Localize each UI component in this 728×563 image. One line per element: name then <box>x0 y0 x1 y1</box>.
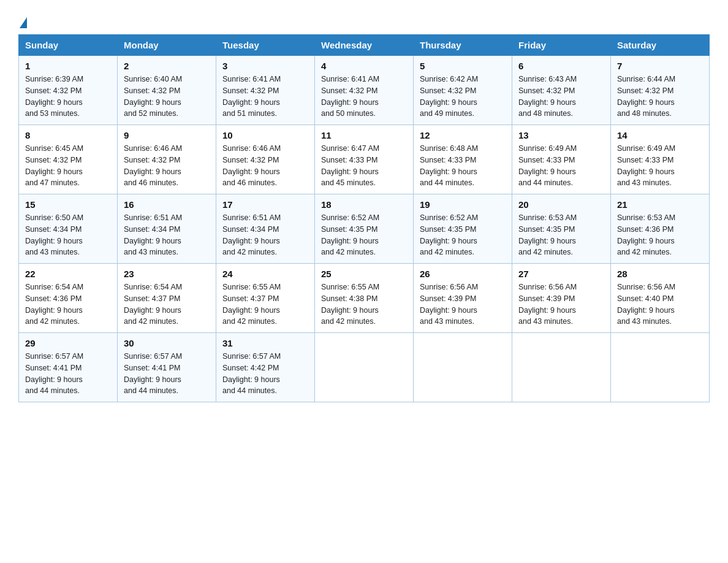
day-number: 10 <box>222 130 308 140</box>
day-number: 11 <box>321 130 407 140</box>
day-sun-info: Sunrise: 6:47 AMSunset: 4:33 PMDaylight:… <box>321 143 407 189</box>
calendar-week-row: 8Sunrise: 6:45 AMSunset: 4:32 PMDaylight… <box>19 125 710 194</box>
day-number: 4 <box>321 61 407 71</box>
day-sun-info: Sunrise: 6:52 AMSunset: 4:35 PMDaylight:… <box>321 212 407 258</box>
day-number: 12 <box>420 130 506 140</box>
day-number: 14 <box>617 130 703 140</box>
calendar-week-row: 22Sunrise: 6:54 AMSunset: 4:36 PMDayligh… <box>19 264 710 333</box>
day-sun-info: Sunrise: 6:40 AMSunset: 4:32 PMDaylight:… <box>124 74 210 120</box>
day-number: 19 <box>420 199 506 210</box>
day-number: 6 <box>518 61 604 71</box>
day-sun-info: Sunrise: 6:56 AMSunset: 4:40 PMDaylight:… <box>617 282 703 327</box>
calendar-cell: 7Sunrise: 6:44 AMSunset: 4:32 PMDaylight… <box>611 56 710 125</box>
day-sun-info: Sunrise: 6:42 AMSunset: 4:32 PMDaylight:… <box>420 74 506 120</box>
calendar-cell: 27Sunrise: 6:56 AMSunset: 4:39 PMDayligh… <box>512 264 611 333</box>
calendar-cell: 1Sunrise: 6:39 AMSunset: 4:32 PMDaylight… <box>19 56 118 125</box>
day-number: 3 <box>222 61 308 71</box>
day-number: 31 <box>222 338 308 348</box>
calendar-cell: 19Sunrise: 6:52 AMSunset: 4:35 PMDayligh… <box>414 194 512 264</box>
day-sun-info: Sunrise: 6:56 AMSunset: 4:39 PMDaylight:… <box>518 282 604 327</box>
day-sun-info: Sunrise: 6:46 AMSunset: 4:32 PMDaylight:… <box>222 143 308 189</box>
day-sun-info: Sunrise: 6:44 AMSunset: 4:32 PMDaylight:… <box>617 74 703 120</box>
calendar-cell: 10Sunrise: 6:46 AMSunset: 4:32 PMDayligh… <box>216 125 315 194</box>
calendar-cell <box>414 333 512 402</box>
column-header-thursday: Thursday <box>414 35 512 56</box>
day-sun-info: Sunrise: 6:52 AMSunset: 4:35 PMDaylight:… <box>420 212 506 258</box>
day-sun-info: Sunrise: 6:54 AMSunset: 4:37 PMDaylight:… <box>124 282 210 327</box>
day-sun-info: Sunrise: 6:55 AMSunset: 4:37 PMDaylight:… <box>222 282 308 327</box>
calendar-cell: 20Sunrise: 6:53 AMSunset: 4:35 PMDayligh… <box>512 194 611 264</box>
day-number: 30 <box>124 338 210 348</box>
day-sun-info: Sunrise: 6:55 AMSunset: 4:38 PMDaylight:… <box>321 282 407 327</box>
calendar-cell: 9Sunrise: 6:46 AMSunset: 4:32 PMDaylight… <box>118 125 216 194</box>
day-number: 5 <box>420 61 506 71</box>
day-number: 9 <box>124 130 210 140</box>
day-sun-info: Sunrise: 6:57 AMSunset: 4:41 PMDaylight:… <box>25 351 111 397</box>
calendar-cell: 14Sunrise: 6:49 AMSunset: 4:33 PMDayligh… <box>611 125 710 194</box>
calendar-cell: 2Sunrise: 6:40 AMSunset: 4:32 PMDaylight… <box>118 56 216 125</box>
column-header-wednesday: Wednesday <box>315 35 414 56</box>
calendar-cell: 3Sunrise: 6:41 AMSunset: 4:32 PMDaylight… <box>216 56 315 125</box>
column-header-friday: Friday <box>512 35 611 56</box>
calendar-cell: 4Sunrise: 6:41 AMSunset: 4:32 PMDaylight… <box>315 56 414 125</box>
calendar-cell: 16Sunrise: 6:51 AMSunset: 4:34 PMDayligh… <box>118 194 216 264</box>
calendar-cell: 6Sunrise: 6:43 AMSunset: 4:32 PMDaylight… <box>512 56 611 125</box>
day-sun-info: Sunrise: 6:53 AMSunset: 4:36 PMDaylight:… <box>617 212 703 258</box>
day-sun-info: Sunrise: 6:41 AMSunset: 4:32 PMDaylight:… <box>222 74 308 120</box>
calendar-cell <box>315 333 414 402</box>
calendar-cell: 24Sunrise: 6:55 AMSunset: 4:37 PMDayligh… <box>216 264 315 333</box>
calendar-week-row: 15Sunrise: 6:50 AMSunset: 4:34 PMDayligh… <box>19 194 710 264</box>
day-number: 27 <box>518 269 604 279</box>
day-number: 15 <box>25 199 111 210</box>
day-number: 1 <box>25 61 111 71</box>
calendar-cell: 21Sunrise: 6:53 AMSunset: 4:36 PMDayligh… <box>611 194 710 264</box>
column-header-sunday: Sunday <box>19 35 118 56</box>
day-sun-info: Sunrise: 6:39 AMSunset: 4:32 PMDaylight:… <box>25 74 111 120</box>
calendar-cell: 22Sunrise: 6:54 AMSunset: 4:36 PMDayligh… <box>19 264 118 333</box>
day-sun-info: Sunrise: 6:53 AMSunset: 4:35 PMDaylight:… <box>518 212 604 258</box>
day-number: 7 <box>617 61 703 71</box>
day-sun-info: Sunrise: 6:56 AMSunset: 4:39 PMDaylight:… <box>420 282 506 327</box>
day-sun-info: Sunrise: 6:57 AMSunset: 4:42 PMDaylight:… <box>222 351 308 397</box>
day-number: 20 <box>518 199 604 210</box>
day-number: 22 <box>25 269 111 279</box>
calendar-cell: 28Sunrise: 6:56 AMSunset: 4:40 PMDayligh… <box>611 264 710 333</box>
calendar-cell <box>512 333 611 402</box>
page-header <box>18 12 710 29</box>
calendar-cell <box>611 333 710 402</box>
day-number: 24 <box>222 269 308 279</box>
calendar-week-row: 1Sunrise: 6:39 AMSunset: 4:32 PMDaylight… <box>19 56 710 125</box>
day-sun-info: Sunrise: 6:48 AMSunset: 4:33 PMDaylight:… <box>420 143 506 189</box>
calendar-cell: 12Sunrise: 6:48 AMSunset: 4:33 PMDayligh… <box>414 125 512 194</box>
day-number: 23 <box>124 269 210 279</box>
column-header-monday: Monday <box>118 35 216 56</box>
calendar-cell: 29Sunrise: 6:57 AMSunset: 4:41 PMDayligh… <box>19 333 118 402</box>
day-number: 17 <box>222 199 308 210</box>
calendar-header-row: SundayMondayTuesdayWednesdayThursdayFrid… <box>19 35 710 56</box>
calendar-cell: 5Sunrise: 6:42 AMSunset: 4:32 PMDaylight… <box>414 56 512 125</box>
day-sun-info: Sunrise: 6:54 AMSunset: 4:36 PMDaylight:… <box>25 282 111 327</box>
calendar-cell: 17Sunrise: 6:51 AMSunset: 4:34 PMDayligh… <box>216 194 315 264</box>
calendar-cell: 11Sunrise: 6:47 AMSunset: 4:33 PMDayligh… <box>315 125 414 194</box>
calendar-cell: 25Sunrise: 6:55 AMSunset: 4:38 PMDayligh… <box>315 264 414 333</box>
day-number: 21 <box>617 199 703 210</box>
column-header-saturday: Saturday <box>611 35 710 56</box>
calendar-cell: 30Sunrise: 6:57 AMSunset: 4:41 PMDayligh… <box>118 333 216 402</box>
day-sun-info: Sunrise: 6:46 AMSunset: 4:32 PMDaylight:… <box>124 143 210 189</box>
day-sun-info: Sunrise: 6:49 AMSunset: 4:33 PMDaylight:… <box>518 143 604 189</box>
day-number: 16 <box>124 199 210 210</box>
calendar-cell: 18Sunrise: 6:52 AMSunset: 4:35 PMDayligh… <box>315 194 414 264</box>
calendar-week-row: 29Sunrise: 6:57 AMSunset: 4:41 PMDayligh… <box>19 333 710 402</box>
calendar-cell: 23Sunrise: 6:54 AMSunset: 4:37 PMDayligh… <box>118 264 216 333</box>
column-header-tuesday: Tuesday <box>216 35 315 56</box>
day-sun-info: Sunrise: 6:50 AMSunset: 4:34 PMDaylight:… <box>25 212 111 258</box>
day-number: 13 <box>518 130 604 140</box>
day-number: 26 <box>420 269 506 279</box>
calendar-cell: 15Sunrise: 6:50 AMSunset: 4:34 PMDayligh… <box>19 194 118 264</box>
calendar-cell: 13Sunrise: 6:49 AMSunset: 4:33 PMDayligh… <box>512 125 611 194</box>
logo <box>18 17 27 29</box>
calendar-cell: 31Sunrise: 6:57 AMSunset: 4:42 PMDayligh… <box>216 333 315 402</box>
day-number: 28 <box>617 269 703 279</box>
day-sun-info: Sunrise: 6:51 AMSunset: 4:34 PMDaylight:… <box>124 212 210 258</box>
day-sun-info: Sunrise: 6:43 AMSunset: 4:32 PMDaylight:… <box>518 74 604 120</box>
